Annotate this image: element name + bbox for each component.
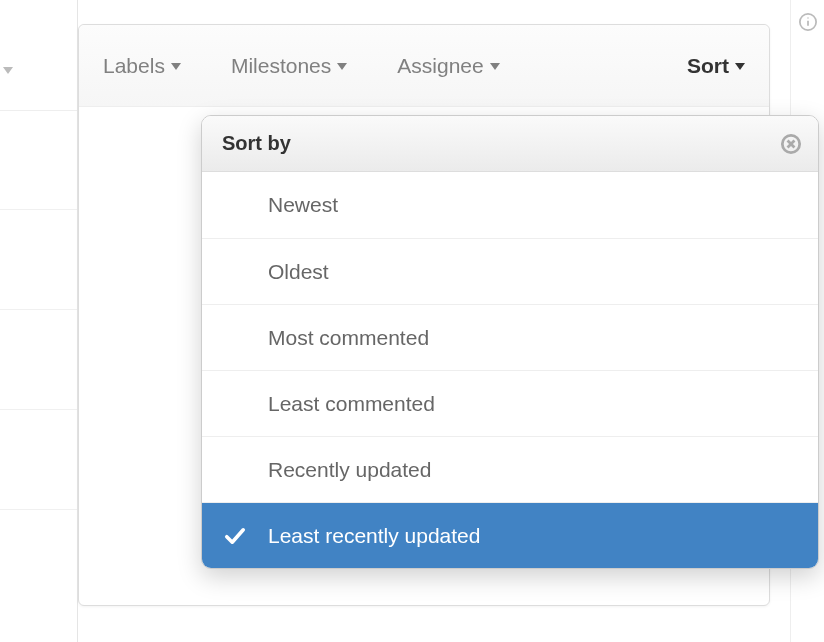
filter-sort-label: Sort [687,54,729,78]
sort-dropdown-title: Sort by [222,132,291,155]
sort-option[interactable]: Newest [202,172,818,238]
sort-option-label: Newest [268,193,338,217]
filter-labels-label: Labels [103,54,165,78]
sort-option[interactable]: Least recently updated [202,502,818,568]
svg-point-2 [807,17,809,19]
sort-option-label: Most commented [268,326,429,350]
sort-option[interactable]: Most commented [202,304,818,370]
filter-assignee-label: Assignee [397,54,483,78]
sort-option[interactable]: Recently updated [202,436,818,502]
issues-filter-panel: Labels Milestones Assignee Sort Sort by … [78,24,770,606]
check-icon [224,525,246,547]
caret-down-icon [3,67,13,74]
filter-milestones[interactable]: Milestones [231,54,347,78]
sort-option-label: Oldest [268,260,329,284]
caret-down-icon [490,63,500,70]
caret-down-icon [337,63,347,70]
sort-option-label: Least commented [268,392,435,416]
info-icon [798,12,818,32]
filter-bar: Labels Milestones Assignee Sort [79,25,769,107]
background-list: r [0,0,78,642]
sort-option-label: Recently updated [268,458,431,482]
caret-down-icon [735,63,745,70]
sort-option[interactable]: Least commented [202,370,818,436]
sort-option-label: Least recently updated [268,524,480,548]
close-icon [780,133,802,155]
sort-dropdown-header: Sort by [202,116,818,172]
close-button[interactable] [778,131,804,157]
cut-filter-label: r [0,58,13,81]
sort-option[interactable]: Oldest [202,238,818,304]
filter-assignee[interactable]: Assignee [397,54,499,78]
sort-dropdown: Sort by NewestOldestMost commentedLeast … [201,115,819,569]
filter-sort[interactable]: Sort [687,54,745,78]
filter-labels[interactable]: Labels [103,54,181,78]
caret-down-icon [171,63,181,70]
filter-milestones-label: Milestones [231,54,331,78]
